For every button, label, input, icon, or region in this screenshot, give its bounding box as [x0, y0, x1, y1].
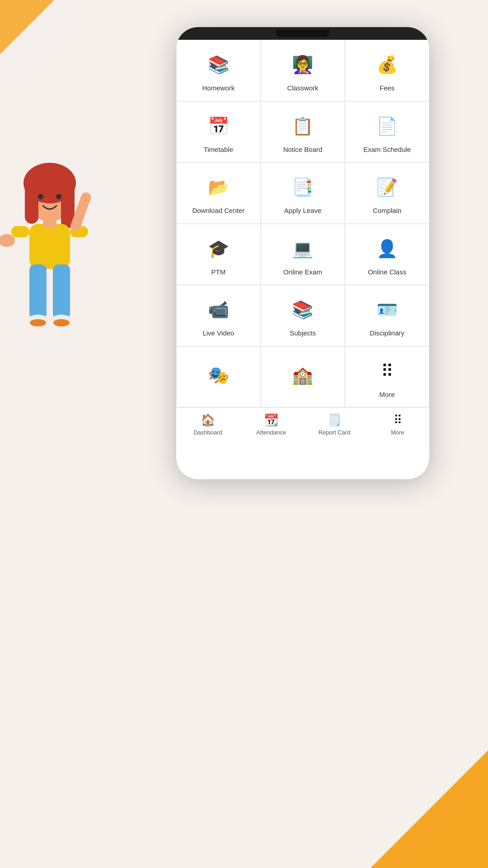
menu-item-download-center[interactable]: 📂Download Center — [176, 162, 261, 224]
live-video-icon: 📹 — [204, 295, 233, 324]
apply-leave-icon: 📑 — [288, 173, 317, 202]
disciplinary-label: Disciplinary — [370, 329, 404, 338]
menu-item-live-video[interactable]: 📹Live Video — [176, 285, 261, 346]
menu-item-disciplinary[interactable]: 🪪Disciplinary — [345, 285, 429, 346]
svg-rect-8 — [11, 226, 29, 237]
menu-item-online-class[interactable]: 👤Online Class — [345, 224, 429, 285]
ptm-label: PTM — [211, 268, 225, 277]
menu-item-notice-board[interactable]: 📋Notice Board — [261, 101, 345, 163]
dashboard-nav-icon: 🏠 — [201, 413, 215, 427]
nav-item-dashboard[interactable]: 🏠Dashboard — [176, 413, 239, 436]
svg-point-4 — [38, 194, 43, 199]
more-nav-nav-label: More — [391, 429, 404, 436]
menu-item-classwork[interactable]: 👩‍🏫Classwork — [261, 40, 345, 101]
menu-grid: 📚Homework👩‍🏫Classwork💰Fees📅Timetable📋Not… — [176, 40, 429, 407]
more-label: More — [380, 390, 395, 399]
nav-item-report-card[interactable]: 🗒️Report Card — [303, 413, 366, 436]
classwork-label: Classwork — [287, 84, 318, 93]
fees-icon: 💰 — [373, 50, 402, 79]
online-exam-label: Online Exam — [283, 268, 322, 277]
menu-item-subjects[interactable]: 📚Subjects — [261, 285, 345, 346]
svg-point-11 — [0, 234, 15, 247]
notice-board-icon: 📋 — [288, 112, 317, 141]
phone-frame: 📚Homework👩‍🏫Classwork💰Fees📅Timetable📋Not… — [176, 27, 429, 479]
phone-top-bar — [176, 27, 429, 40]
svg-rect-12 — [29, 264, 47, 319]
subjects-label: Subjects — [290, 329, 316, 338]
menu-item-fees[interactable]: 💰Fees — [345, 40, 429, 101]
more-icon: ⠿ — [373, 357, 402, 386]
complain-icon: 📝 — [373, 173, 402, 202]
svg-rect-2 — [25, 183, 38, 224]
download-center-icon: 📂 — [204, 173, 233, 202]
svg-point-5 — [56, 194, 61, 199]
phone-notch — [276, 30, 330, 37]
menu-item-timetable[interactable]: 📅Timetable — [176, 101, 261, 163]
subjects-icon: 📚 — [288, 295, 317, 324]
svg-rect-6 — [29, 224, 70, 269]
nav-item-attendance[interactable]: 📆Attendance — [239, 413, 303, 436]
homework-label: Homework — [202, 84, 235, 93]
apply-leave-label: Apply Leave — [284, 206, 322, 215]
exam-schedule-icon: 📄 — [373, 112, 402, 141]
attendance-nav-icon: 📆 — [264, 413, 278, 427]
menu-item-more1[interactable]: 🎭 — [176, 346, 261, 408]
menu-item-more2[interactable]: 🏫 — [261, 346, 345, 408]
complain-label: Complain — [373, 206, 401, 215]
timetable-label: Timetable — [204, 145, 233, 154]
deco-bottom-right — [371, 750, 488, 868]
report-card-nav-label: Report Card — [319, 429, 351, 436]
menu-item-complain[interactable]: 📝Complain — [345, 162, 429, 224]
more1-icon: 🎭 — [204, 361, 233, 390]
menu-item-exam-schedule[interactable]: 📄Exam Schedule — [345, 101, 429, 163]
more2-icon: 🏫 — [288, 361, 317, 390]
classwork-icon: 👩‍🏫 — [288, 50, 317, 79]
homework-icon: 📚 — [204, 50, 233, 79]
nav-item-more-nav[interactable]: ⠿More — [366, 413, 429, 436]
exam-schedule-label: Exam Schedule — [363, 145, 411, 154]
menu-item-more[interactable]: ⠿More — [345, 346, 429, 408]
ptm-icon: 🎓 — [204, 234, 233, 263]
timetable-icon: 📅 — [204, 112, 233, 141]
svg-rect-7 — [43, 217, 56, 228]
deco-top-left — [0, 0, 72, 72]
dashboard-nav-label: Dashboard — [193, 429, 222, 436]
online-class-label: Online Class — [368, 268, 406, 277]
bottom-nav: 🏠Dashboard📆Attendance🗒️Report Card⠿More — [176, 407, 429, 440]
online-exam-icon: 💻 — [288, 234, 317, 263]
online-class-icon: 👤 — [373, 234, 402, 263]
menu-item-ptm[interactable]: 🎓PTM — [176, 224, 261, 285]
svg-rect-13 — [53, 264, 70, 319]
notice-board-label: Notice Board — [283, 145, 323, 154]
disciplinary-icon: 🪪 — [373, 295, 402, 324]
character-illustration — [0, 154, 122, 391]
more-nav-nav-icon: ⠿ — [394, 413, 402, 427]
live-video-label: Live Video — [202, 329, 234, 338]
menu-item-homework[interactable]: 📚Homework — [176, 40, 261, 101]
fees-label: Fees — [380, 84, 394, 93]
svg-point-16 — [30, 319, 46, 326]
svg-point-17 — [53, 319, 70, 326]
report-card-nav-icon: 🗒️ — [327, 413, 342, 427]
menu-item-apply-leave[interactable]: 📑Apply Leave — [261, 162, 345, 224]
download-center-label: Download Center — [192, 206, 244, 215]
menu-item-online-exam[interactable]: 💻Online Exam — [261, 224, 345, 285]
attendance-nav-label: Attendance — [256, 429, 286, 436]
